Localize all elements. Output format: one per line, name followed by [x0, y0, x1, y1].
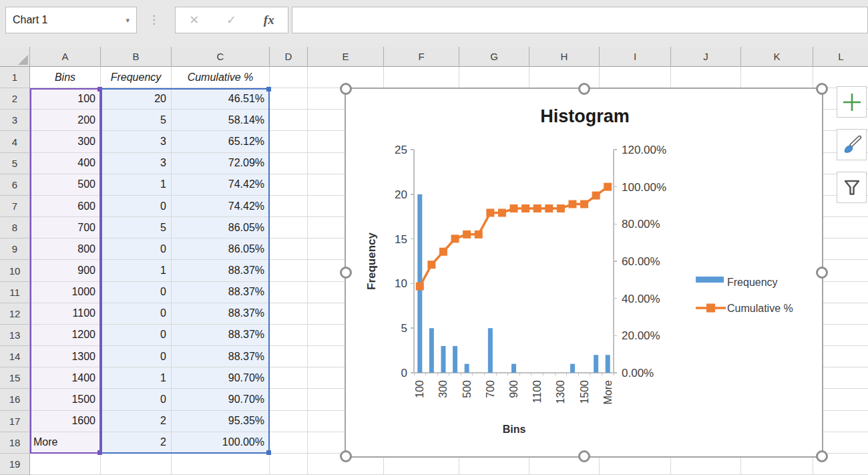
cell-B14[interactable]: 0: [101, 346, 172, 367]
x-tick-label[interactable]: 1300: [555, 380, 566, 404]
x-tick-label[interactable]: 300: [437, 380, 449, 398]
cell-A16[interactable]: 1500: [30, 389, 101, 410]
y-right-tick-label[interactable]: 80.00%: [622, 218, 660, 230]
cell-D19[interactable]: [270, 454, 308, 475]
cell-A13[interactable]: 1200: [30, 325, 101, 346]
row-header-7[interactable]: 7: [0, 196, 30, 217]
chart-styles-button[interactable]: [837, 129, 867, 160]
y-left-tick-label[interactable]: 15: [395, 233, 407, 246]
frequency-bar[interactable]: [453, 346, 457, 373]
cumulative-marker[interactable]: [557, 204, 565, 212]
cell-D14[interactable]: [270, 346, 308, 367]
name-box-dropdown-icon[interactable]: ▾: [126, 16, 130, 25]
chart-resize-handle[interactable]: [340, 450, 352, 462]
cell-C10[interactable]: 88.37%: [172, 260, 270, 281]
column-header-J[interactable]: J: [671, 47, 741, 67]
cell-C17[interactable]: 95.35%: [172, 411, 270, 432]
cell-A15[interactable]: 1400: [30, 367, 101, 389]
cell-C1[interactable]: Cumulative %: [172, 67, 270, 88]
row-header-1[interactable]: 1: [0, 67, 30, 88]
x-tick-label[interactable]: 1100: [531, 380, 543, 404]
cell-A6[interactable]: 500: [30, 174, 101, 196]
cell-A11[interactable]: 1000: [30, 282, 101, 303]
insert-function-icon[interactable]: fx: [264, 13, 274, 27]
cell-A2[interactable]: 100: [30, 88, 101, 110]
frequency-bar[interactable]: [570, 364, 575, 373]
row-header-18[interactable]: 18: [0, 432, 30, 454]
chart-elements-button[interactable]: [837, 86, 867, 118]
row-header-8[interactable]: 8: [0, 217, 30, 239]
cell-A10[interactable]: 900: [30, 260, 101, 281]
y-right-tick-label[interactable]: 20.00%: [622, 329, 660, 342]
cell-A17[interactable]: 1600: [30, 411, 101, 432]
cell-D2[interactable]: [270, 88, 308, 110]
row-header-19[interactable]: 19: [0, 454, 30, 475]
cell-C9[interactable]: 86.05%: [172, 239, 270, 260]
y-right-tick-label[interactable]: 40.00%: [622, 293, 660, 305]
cell-A14[interactable]: 1300: [30, 346, 101, 367]
cell-C16[interactable]: 90.70%: [172, 389, 270, 410]
chart-filters-button[interactable]: [837, 172, 867, 203]
cell-D15[interactable]: [270, 367, 308, 389]
chart-resize-handle[interactable]: [578, 450, 590, 462]
cell-A5[interactable]: 400: [30, 153, 101, 174]
row-header-12[interactable]: 12: [0, 303, 30, 325]
cell-F1[interactable]: [384, 67, 459, 88]
cell-C7[interactable]: 74.42%: [172, 196, 270, 217]
cell-B8[interactable]: 5: [101, 217, 172, 239]
chart-resize-handle[interactable]: [816, 267, 828, 279]
x-tick-label[interactable]: 900: [508, 380, 519, 398]
row-header-3[interactable]: 3: [0, 110, 30, 131]
row-header-17[interactable]: 17: [0, 411, 30, 432]
y-right-tick-label[interactable]: 120.00%: [622, 144, 666, 156]
x-tick-label[interactable]: 1500: [579, 380, 590, 404]
y-right-tick-label[interactable]: 0.00%: [622, 367, 654, 379]
cell-C5[interactable]: 72.09%: [172, 153, 270, 174]
x-tick-label[interactable]: 100: [414, 380, 425, 398]
cumulative-marker[interactable]: [486, 208, 494, 216]
column-header-F[interactable]: F: [384, 47, 459, 67]
cell-C19[interactable]: [172, 454, 270, 475]
column-header-G[interactable]: G: [459, 47, 529, 67]
cell-B11[interactable]: 0: [101, 282, 172, 303]
frequency-bar[interactable]: [441, 346, 445, 373]
legend-frequency-swatch[interactable]: [696, 277, 724, 283]
row-header-13[interactable]: 13: [0, 325, 30, 346]
row-header-11[interactable]: 11: [0, 282, 30, 303]
cancel-icon[interactable]: ✕: [189, 13, 199, 27]
cumulative-marker[interactable]: [592, 192, 600, 200]
cell-D12[interactable]: [270, 303, 308, 325]
cell-D16[interactable]: [270, 389, 308, 410]
cell-A12[interactable]: 1100: [30, 303, 101, 325]
cell-I1[interactable]: [600, 67, 671, 88]
cell-B15[interactable]: 1: [101, 367, 172, 389]
cell-D17[interactable]: [270, 411, 308, 432]
chart-resize-handle[interactable]: [578, 83, 590, 95]
cell-B3[interactable]: 5: [101, 110, 172, 131]
frequency-bar[interactable]: [606, 355, 610, 373]
cell-B6[interactable]: 1: [101, 174, 172, 196]
frequency-bar[interactable]: [465, 364, 469, 373]
column-header-D[interactable]: D: [270, 47, 308, 67]
name-box[interactable]: Chart 1 ▾: [5, 7, 137, 33]
column-header-H[interactable]: H: [529, 47, 600, 67]
column-header-A[interactable]: A: [30, 47, 101, 67]
frequency-bar[interactable]: [594, 355, 598, 373]
cell-C8[interactable]: 86.05%: [172, 217, 270, 239]
cell-D3[interactable]: [270, 110, 308, 131]
chart-resize-handle[interactable]: [340, 83, 352, 95]
cumulative-marker[interactable]: [580, 200, 588, 208]
column-header-E[interactable]: E: [308, 47, 384, 67]
cell-B2[interactable]: 20: [101, 88, 172, 110]
cell-C11[interactable]: 88.37%: [172, 282, 270, 303]
cell-D11[interactable]: [270, 282, 308, 303]
cell-B13[interactable]: 0: [101, 325, 172, 346]
column-header-L[interactable]: L: [813, 47, 868, 67]
column-header-B[interactable]: B: [101, 47, 172, 67]
cell-D6[interactable]: [270, 174, 308, 196]
x-tick-label[interactable]: 500: [461, 380, 473, 398]
cell-G1[interactable]: [459, 67, 529, 88]
cumulative-line[interactable]: [420, 187, 608, 287]
cumulative-marker[interactable]: [439, 248, 447, 256]
cumulative-marker[interactable]: [475, 230, 483, 239]
